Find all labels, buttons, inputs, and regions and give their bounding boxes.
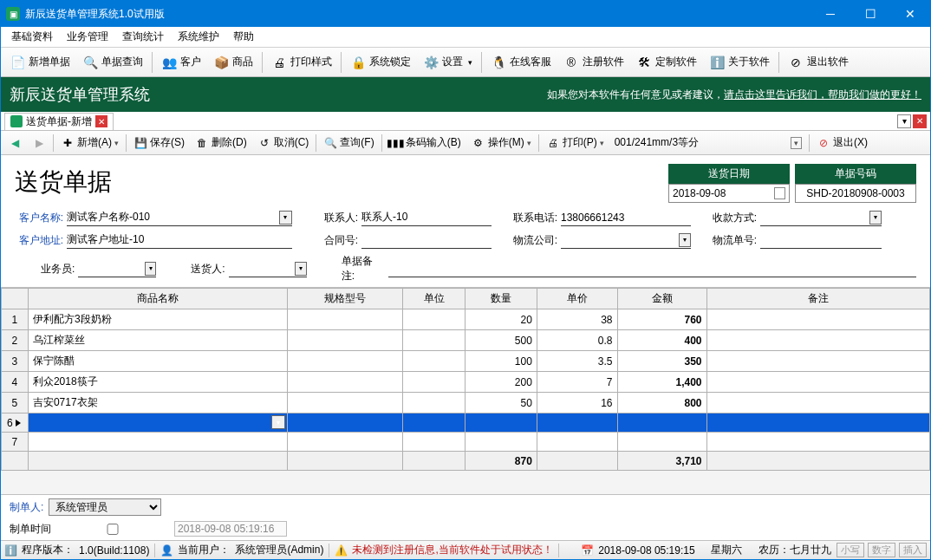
menu-item-2[interactable]: 查询统计	[115, 28, 171, 46]
table-row[interactable]: 2乌江榨菜丝5000.8400	[2, 330, 930, 351]
print-spec-select[interactable]: 001/241mm/3等分▾	[611, 133, 805, 152]
minimize-button[interactable]: ─	[811, 1, 850, 27]
col-header[interactable]: 金额	[617, 289, 706, 309]
toolbar-设置[interactable]: ⚙️设置▾	[418, 51, 478, 74]
table-row[interactable]: 7	[2, 433, 930, 452]
toolbar-打印样式[interactable]: 🖨打印样式	[266, 51, 337, 74]
nav-back-button[interactable]: ◀	[4, 134, 25, 152]
status-bar: ℹ️ 程序版本： 1.0(Build:1108) 👤 当前用户： 系统管理员(A…	[1, 540, 930, 559]
tb-label: 在线客服	[510, 55, 551, 69]
calendar-icon[interactable]	[774, 187, 785, 199]
col-header[interactable]: 数量	[466, 289, 537, 309]
operate-button[interactable]: ⚙操作(M)▾	[468, 133, 535, 152]
address-input[interactable]	[67, 234, 292, 246]
barcode-button[interactable]: ▮▮▮条码输入(B)	[386, 133, 465, 152]
table-row[interactable]: 4利众2018筷子20071,400	[2, 372, 930, 393]
toolbar-商品[interactable]: 📦商品	[208, 51, 258, 74]
tb-label: 打印样式	[290, 55, 332, 69]
tb-icon: 🛠	[636, 55, 652, 70]
contact-input[interactable]	[361, 212, 492, 224]
delete-button[interactable]: 🗑删除(D)	[192, 133, 251, 152]
customer-input[interactable]	[67, 212, 277, 224]
table-row-active[interactable]: 6 ▾	[2, 413, 930, 433]
tab-icon	[10, 115, 23, 127]
maketime-label: 制单时间	[10, 522, 51, 537]
menu-item-1[interactable]: 业务管理	[60, 28, 115, 46]
pay-dropdown-icon[interactable]: ▾	[869, 211, 882, 225]
tab-delivery-new[interactable]: 送货单据-新增 ✕	[4, 113, 114, 130]
maximize-button[interactable]: ☐	[850, 1, 890, 27]
tb-label: 新增单据	[29, 55, 70, 69]
menu-item-4[interactable]: 帮助	[226, 28, 261, 46]
tb-icon: ⊘	[788, 55, 804, 70]
back-icon: ◀	[8, 136, 22, 150]
tb-label: 系统锁定	[369, 55, 411, 69]
tab-dropdown-button[interactable]: ▾	[897, 114, 911, 128]
print-button[interactable]: 🖨打印(P)▾	[543, 133, 608, 152]
delete-icon: 🗑	[195, 136, 209, 150]
table-row[interactable]: 3保宁陈醋1003.5350	[2, 351, 930, 372]
menu-bar: 基础资料业务管理查询统计系统维护帮助	[1, 27, 930, 48]
sales-input[interactable]	[78, 263, 142, 275]
sales-label: 业务员:	[41, 262, 75, 277]
col-header[interactable]: 规格型号	[287, 289, 403, 309]
delivery-date-input[interactable]	[673, 187, 774, 199]
tab-close-icon[interactable]: ✕	[95, 115, 107, 127]
maker-select[interactable]: 系统管理员	[49, 498, 161, 516]
forward-icon: ▶	[32, 136, 46, 150]
logistics-label: 物流公司:	[492, 233, 561, 248]
cell-dropdown-icon[interactable]: ▾	[271, 415, 285, 429]
col-header[interactable]: 单位	[403, 289, 466, 309]
col-header[interactable]: 备注	[706, 289, 930, 309]
pay-input[interactable]	[760, 212, 868, 224]
phone-input[interactable]	[561, 212, 691, 224]
tab-closeall-button[interactable]: ✕	[913, 114, 927, 128]
toolbar-注册软件[interactable]: ®注册软件	[558, 51, 629, 74]
nav-forward-button[interactable]: ▶	[29, 134, 49, 152]
table-row[interactable]: 5吉安0717衣架5016800	[2, 393, 930, 413]
query-button[interactable]: 🔍查询(F)	[320, 133, 377, 152]
status-lunar: 农历：七月廿九	[758, 543, 831, 557]
new-button[interactable]: ✚新增(A)▾	[57, 133, 122, 152]
col-header[interactable]: 商品名称	[28, 289, 287, 309]
maketime-checkbox[interactable]	[56, 524, 169, 535]
cancel-label: 取消(C)	[274, 135, 309, 150]
deliverer-input[interactable]	[229, 263, 293, 275]
deliverer-dropdown-icon[interactable]: ▾	[295, 262, 307, 276]
tb-icon: 📦	[213, 55, 229, 70]
toolbar-系统锁定[interactable]: 🔒系统锁定	[345, 51, 416, 74]
table-row[interactable]: 1伊利配方3段奶粉2038760	[2, 309, 930, 330]
close-button[interactable]: ✕	[890, 1, 930, 27]
contact-label: 联系人:	[292, 211, 361, 225]
toolbar-在线客服[interactable]: 🐧在线客服	[485, 51, 557, 74]
toolbar-单据查询[interactable]: 🔍单据查询	[77, 51, 148, 74]
toolbar-退出软件[interactable]: ⊘退出软件	[783, 51, 854, 74]
contract-input[interactable]	[361, 234, 492, 246]
toolbar-定制软件[interactable]: 🛠定制软件	[631, 51, 702, 74]
status-weekday: 星期六	[711, 543, 742, 557]
cancel-icon: ↺	[257, 136, 271, 150]
tb-icon: 🔒	[350, 55, 366, 70]
tb-label: 商品	[232, 55, 253, 69]
note-input[interactable]	[388, 263, 916, 275]
menu-item-0[interactable]: 基础资料	[4, 28, 60, 46]
trackno-input[interactable]	[760, 234, 882, 246]
tb-icon: 🖨	[271, 55, 287, 70]
maketime-input[interactable]	[174, 521, 287, 537]
logistics-input[interactable]	[561, 234, 677, 246]
col-header[interactable]: 单价	[537, 289, 617, 309]
customer-dropdown-icon[interactable]: ▾	[279, 211, 292, 225]
save-button[interactable]: 💾保存(S)	[130, 133, 188, 152]
logistics-dropdown-icon[interactable]: ▾	[679, 233, 691, 247]
exit-button[interactable]: ⊘退出(X)	[813, 133, 871, 152]
toolbar-客户[interactable]: 👥客户	[156, 51, 206, 74]
cancel-button[interactable]: ↺取消(C)	[254, 133, 313, 152]
toolbar-新增单据[interactable]: 📄新增单据	[4, 51, 75, 74]
feedback-link[interactable]: 请点击这里告诉我们，帮助我们做的更好！	[724, 88, 921, 101]
items-table[interactable]: 商品名称规格型号单位数量单价金额备注 1伊利配方3段奶粉20387602乌江榨菜…	[1, 288, 930, 471]
menu-item-3[interactable]: 系统维护	[171, 28, 226, 46]
tab-label: 送货单据-新增	[26, 114, 92, 129]
maker-label: 制单人:	[10, 500, 43, 515]
sales-dropdown-icon[interactable]: ▾	[145, 262, 157, 276]
toolbar-关于软件[interactable]: ℹ️关于软件	[704, 51, 775, 74]
